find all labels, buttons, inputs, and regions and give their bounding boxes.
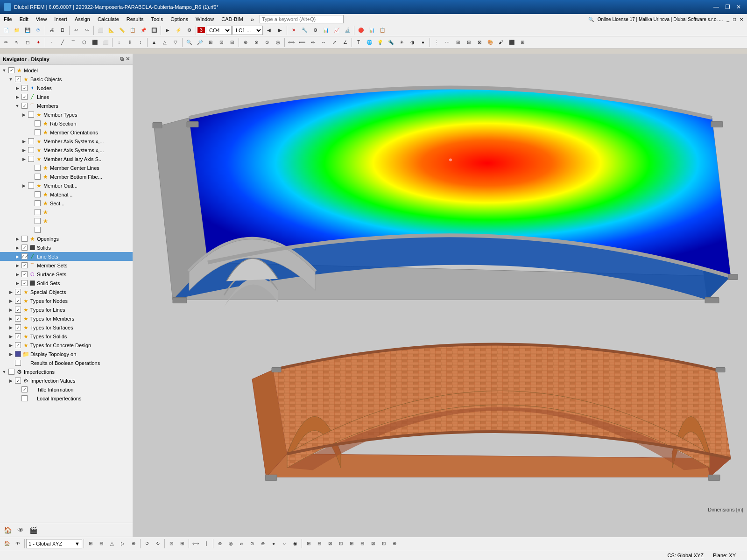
tb2-render1[interactable]: 🌐 <box>364 37 374 48</box>
checkbox-h3[interactable] <box>35 227 41 233</box>
bt-btn4[interactable]: ▷ <box>118 539 128 549</box>
expander-line-sets[interactable]: ▶ <box>14 253 21 260</box>
tb2-angle[interactable]: ∠ <box>340 37 350 48</box>
bt-grid8[interactable]: ⊡ <box>379 539 389 549</box>
coord-system-dropdown[interactable]: 1 - Global XYZ ▼ <box>26 539 82 548</box>
tb-btn6[interactable]: 🔲 <box>149 25 159 35</box>
tb2-member[interactable]: ⌒ <box>68 37 78 48</box>
tb2-snap2[interactable]: ⊗ <box>251 37 261 48</box>
checkbox-boolean[interactable] <box>15 360 21 366</box>
tb2-text1[interactable]: T <box>353 37 364 48</box>
expander-axis1[interactable]: ▶ <box>21 138 27 145</box>
bt-grid6[interactable]: ⊟ <box>357 539 367 549</box>
tree-item-basic[interactable]: ▼ ★ Basic Objects <box>0 75 133 84</box>
tb2-view2[interactable]: 🔎 <box>195 37 205 48</box>
checkbox-types-solids[interactable] <box>15 333 21 339</box>
bt-m2[interactable]: ◎ <box>226 539 236 549</box>
tree-item-hidden3[interactable]: ▶ <box>0 225 133 234</box>
expander-special[interactable]: ▶ <box>7 289 14 295</box>
menu-window[interactable]: Window <box>192 14 218 24</box>
restore-button[interactable]: ❐ <box>723 3 732 11</box>
bt-home[interactable]: 🏠 <box>2 539 12 549</box>
bt-rot2[interactable]: ↻ <box>153 539 163 549</box>
checkbox-types-nodes[interactable] <box>15 298 21 304</box>
checkbox-rib[interactable] <box>35 120 41 126</box>
tree-item-bottom-fibe[interactable]: ▶ ★ Member Bottom Fibe... <box>0 172 133 181</box>
tree-item-material[interactable]: ▶ ★ Material... <box>0 190 133 199</box>
tb-print[interactable]: 🖨 <box>47 25 57 35</box>
checkbox-title-info[interactable] <box>21 386 28 392</box>
tree-item-member-sets[interactable]: ▶ ⌒ Member Sets <box>0 261 133 270</box>
bt-grid5[interactable]: ⊞ <box>346 539 357 549</box>
checkbox-surface-sets[interactable] <box>21 271 28 277</box>
tree-item-member-outl[interactable]: ▶ ★ Member Outl... <box>0 181 133 190</box>
tb2-support1[interactable]: ▲ <box>149 37 159 48</box>
tb-undo[interactable]: ↩ <box>71 25 81 35</box>
tree-item-nodes[interactable]: ▶ ✦ Nodes <box>0 84 133 92</box>
tb2-view4[interactable]: ⊡ <box>216 37 226 48</box>
tb2-snap1[interactable]: ⊕ <box>240 37 251 48</box>
checkbox-sect[interactable] <box>35 200 41 206</box>
tb-new[interactable]: 📄 <box>1 25 11 35</box>
search-input[interactable] <box>260 15 344 23</box>
tb2-color2[interactable]: 🖌 <box>496 37 506 48</box>
bt-grid4[interactable]: ⊡ <box>336 539 346 549</box>
tree-item-types-lines[interactable]: ▶ ★ Types for Lines <box>0 305 133 314</box>
checkbox-members[interactable] <box>21 103 28 109</box>
tree-item-openings[interactable]: ▶ ★ Openings <box>0 234 133 243</box>
tb2-render6[interactable]: ● <box>418 37 428 48</box>
expander-types-members[interactable]: ▶ <box>7 315 14 322</box>
expander-member-types[interactable]: ▶ <box>21 112 27 118</box>
tree-item-types-members[interactable]: ▶ ★ Types for Members <box>0 314 133 323</box>
checkbox-types-lines[interactable] <box>15 307 21 313</box>
tree-item-surface-sets[interactable]: ▶ ⬡ Surface Sets <box>0 270 133 279</box>
tb-refresh[interactable]: ⟳ <box>33 25 43 35</box>
checkbox-solid-sets[interactable] <box>21 280 28 286</box>
canvas-area[interactable]: Dimensions [m] <box>133 54 747 537</box>
tree-item-title-info[interactable]: ▶ Title Information <box>0 385 133 394</box>
tb-s1[interactable]: 🔧 <box>299 25 310 35</box>
right-maximize[interactable]: □ <box>733 17 736 22</box>
tb-prev[interactable]: ◀ <box>264 25 274 35</box>
checkbox-line-sets[interactable]: ✓ <box>21 253 28 259</box>
tb2-view3[interactable]: ⊞ <box>205 37 216 48</box>
menu-results[interactable]: Results <box>123 14 148 24</box>
lc1-select[interactable]: LC1 ... <box>233 26 263 35</box>
bt-grid7[interactable]: ⊠ <box>368 539 378 549</box>
tree-item-rib[interactable]: ▶ ★ Rib Section <box>0 119 133 128</box>
tree-item-axis1[interactable]: ▶ ★ Member Axis Systems x,... <box>0 137 133 146</box>
tb-s2[interactable]: ⚙ <box>310 25 320 35</box>
tb-btn2[interactable]: 📐 <box>106 25 116 35</box>
expander-imperfection-values[interactable]: ▶ <box>7 378 14 384</box>
checkbox-axis2[interactable] <box>28 147 34 153</box>
tb-print2[interactable]: 🗒 <box>57 25 68 35</box>
expander-solid-sets[interactable]: ▶ <box>14 280 21 287</box>
expander-aux-axis[interactable]: ▶ <box>21 156 27 162</box>
checkbox-h1[interactable] <box>35 209 41 215</box>
tb2-view5[interactable]: ⊟ <box>227 37 237 48</box>
expander-solids[interactable]: ▶ <box>14 245 21 251</box>
tb-btn1[interactable]: ⬜ <box>95 25 106 35</box>
tb2-dim5[interactable]: ⤢ <box>329 37 339 48</box>
tree-item-solid-sets[interactable]: ▶ ⬛ Solid Sets <box>0 279 133 287</box>
co4-select[interactable]: CO4 <box>206 26 232 35</box>
bt-btn1[interactable]: ⊞ <box>85 539 96 549</box>
checkbox-aux-axis[interactable] <box>28 156 34 162</box>
tb-next[interactable]: ▶ <box>275 25 285 35</box>
checkbox-display-topology[interactable] <box>15 351 21 357</box>
tb-save[interactable]: 💾 <box>22 25 33 35</box>
tb2-last[interactable]: ⊞ <box>517 37 528 48</box>
expander-surface-sets[interactable]: ▶ <box>14 271 21 278</box>
tb-r3[interactable]: 📋 <box>377 25 388 35</box>
tb2-color1[interactable]: 🎨 <box>485 37 495 48</box>
tree-item-hidden2[interactable]: ▶ ★ <box>0 217 133 225</box>
expander-openings[interactable]: ▶ <box>14 236 21 242</box>
tb2-render4[interactable]: ☀ <box>396 37 407 48</box>
checkbox-lines[interactable] <box>21 94 28 100</box>
tree-item-imperfections[interactable]: ▼ ⚙ Imperfections <box>0 367 133 376</box>
tb2-support3[interactable]: ▽ <box>170 37 181 48</box>
bt-s2[interactable]: ⊞ <box>177 539 187 549</box>
nav-float-button[interactable]: ⧉ <box>120 56 124 62</box>
tb2-render5[interactable]: ◑ <box>407 37 417 48</box>
checkbox-axis1[interactable] <box>28 138 34 144</box>
